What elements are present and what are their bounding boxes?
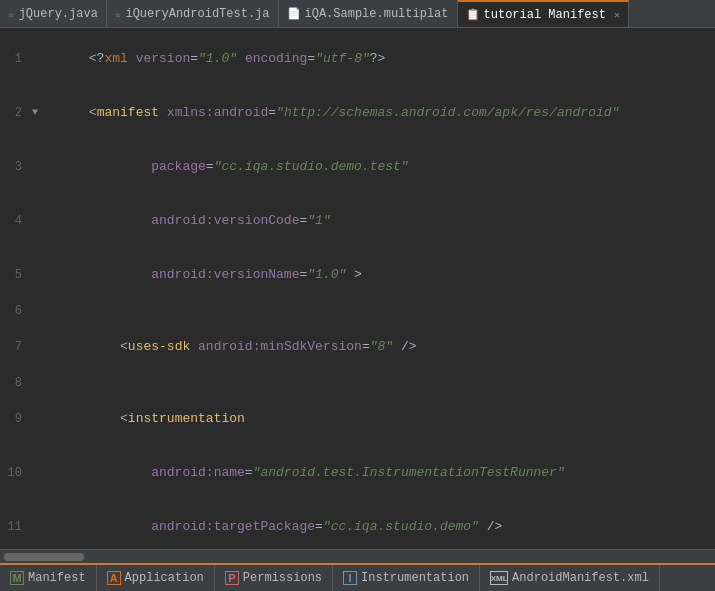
bottom-tab-manifest[interactable]: M Manifest (0, 565, 97, 591)
tab-iqueryandroid[interactable]: ☕ iQueryAndroidTest.ja (107, 0, 279, 27)
line-number-3: 3 (0, 158, 28, 176)
bottom-tab-instrumentation-label: Instrumentation (361, 571, 469, 585)
line-content-10: android:name="android.test.Instrumentati… (42, 446, 711, 500)
code-line-5: 5 android:versionName="1.0" > (0, 248, 715, 302)
line-number-1: 1 (0, 50, 28, 68)
line-content-2: <manifest xmlns:android="http://schemas.… (42, 86, 711, 140)
tab-jquery-label: jQuery.java (19, 7, 98, 21)
tab-iqa-label: iQA.Sample.multiplat (305, 7, 449, 21)
code-line-2: 2 ▼ <manifest xmlns:android="http://sche… (0, 86, 715, 140)
code-line-7: 7 <uses-sdk android:minSdkVersion="8" /> (0, 320, 715, 374)
bottom-tab-instrumentation[interactable]: I Instrumentation (333, 565, 480, 591)
tab-iqa[interactable]: 📄 iQA.Sample.multiplat (279, 0, 458, 27)
line-content-11: android:targetPackage="cc.iqa.studio.dem… (42, 500, 711, 549)
bottom-tab-bar: M Manifest A Application P Permissions I… (0, 563, 715, 591)
tab-iqueryandroid-label: iQueryAndroidTest.ja (125, 7, 269, 21)
instrumentation-bottom-icon: I (343, 571, 357, 585)
code-line-4: 4 android:versionCode="1" (0, 194, 715, 248)
code-line-11: 11 android:targetPackage="cc.iqa.studio.… (0, 500, 715, 549)
tab-manifest[interactable]: 📋 tutorial Manifest ✕ (458, 0, 629, 27)
code-line-9: 9 <instrumentation (0, 392, 715, 446)
line-number-11: 11 (0, 518, 28, 536)
bottom-tab-androidmanifest-label: AndroidManifest.xml (512, 571, 649, 585)
tab-bar: ☕ jQuery.java ☕ iQueryAndroidTest.ja 📄 i… (0, 0, 715, 28)
manifest-bottom-icon: M (10, 571, 24, 585)
fold-2: ▼ (28, 104, 42, 122)
code-line-6: 6 (0, 302, 715, 320)
bottom-tab-permissions-label: Permissions (243, 571, 322, 585)
iqa-icon: 📄 (287, 7, 301, 20)
androidmanifest-bottom-icon: XML (490, 571, 508, 585)
code-line-3: 3 package="cc.iqa.studio.demo.test" (0, 140, 715, 194)
line-content-1: <?xml version="1.0" encoding="utf-8"?> (42, 32, 711, 86)
code-line-1: 1 <?xml version="1.0" encoding="utf-8"?> (0, 32, 715, 86)
tab-jquery[interactable]: ☕ jQuery.java (0, 0, 107, 27)
iqueryandroid-icon: ☕ (115, 7, 122, 20)
line-number-9: 9 (0, 410, 28, 428)
tab-manifest-label: tutorial Manifest (484, 8, 606, 22)
line-content-9: <instrumentation (42, 392, 711, 446)
tab-close-button[interactable]: ✕ (614, 9, 620, 21)
line-number-10: 10 (0, 464, 28, 482)
bottom-tab-androidmanifest[interactable]: XML AndroidManifest.xml (480, 565, 660, 591)
scrollbar-thumb[interactable] (4, 553, 84, 561)
bottom-tab-application-label: Application (125, 571, 204, 585)
code-line-8: 8 (0, 374, 715, 392)
line-number-6: 6 (0, 302, 28, 320)
code-editor[interactable]: 1 <?xml version="1.0" encoding="utf-8"?>… (0, 28, 715, 549)
application-bottom-icon: A (107, 571, 121, 585)
line-number-4: 4 (0, 212, 28, 230)
bottom-tab-permissions[interactable]: P Permissions (215, 565, 333, 591)
line-content-4: android:versionCode="1" (42, 194, 711, 248)
manifest-icon: 📋 (466, 8, 480, 21)
code-line-10: 10 android:name="android.test.Instrument… (0, 446, 715, 500)
line-number-2: 2 (0, 104, 28, 122)
permissions-bottom-icon: P (225, 571, 239, 585)
line-number-7: 7 (0, 338, 28, 356)
jquery-icon: ☕ (8, 7, 15, 20)
line-content-8 (42, 374, 711, 392)
line-content-6 (42, 302, 711, 320)
line-content-7: <uses-sdk android:minSdkVersion="8" /> (42, 320, 711, 374)
line-number-5: 5 (0, 266, 28, 284)
bottom-tab-manifest-label: Manifest (28, 571, 86, 585)
horizontal-scrollbar[interactable] (0, 549, 715, 563)
line-content-5: android:versionName="1.0" > (42, 248, 711, 302)
bottom-tab-application[interactable]: A Application (97, 565, 215, 591)
line-content-3: package="cc.iqa.studio.demo.test" (42, 140, 711, 194)
line-number-8: 8 (0, 374, 28, 392)
